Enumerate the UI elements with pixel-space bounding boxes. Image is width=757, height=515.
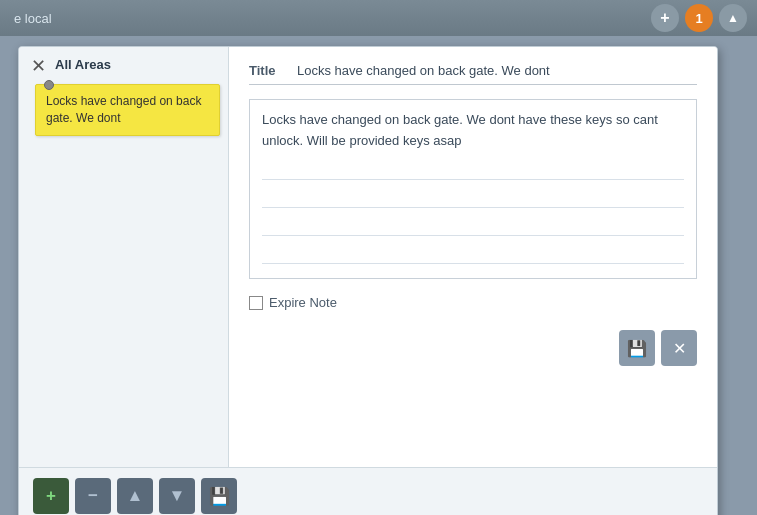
cancel-note-button[interactable]: ✕ [661,330,697,366]
modal-content-area: Title Locks have changed on back gate. W… [229,47,717,467]
notes-modal: ✕ All Areas Locks have changed on back g… [18,46,718,515]
top-bar-title: e local [10,11,52,26]
top-bar: e local + 1 ▲ [0,0,757,36]
note-line-3 [262,208,684,236]
cancel-icon: ✕ [673,339,686,358]
save-icon: 💾 [627,339,647,358]
title-row: Title Locks have changed on back gate. W… [249,63,697,85]
footer-down-button[interactable]: ▼ [159,478,195,514]
expire-note-row: Expire Note [249,295,697,310]
notification-button[interactable]: 1 [685,4,713,32]
action-buttons: 💾 ✕ [249,330,697,366]
footer-add-button[interactable]: + [33,478,69,514]
footer-remove-button[interactable]: − [75,478,111,514]
sticky-note-text: Locks have changed on back gate. We dont [46,94,201,125]
note-line-4 [262,236,684,264]
all-areas-label: All Areas [27,57,220,72]
main-area: ✕ All Areas Locks have changed on back g… [0,36,757,515]
modal-close-button[interactable]: ✕ [27,55,49,77]
note-line-2 [262,180,684,208]
title-value: Locks have changed on back gate. We dont [297,63,697,78]
modal-sidebar: All Areas Locks have changed on back gat… [19,47,229,467]
note-body-text: Locks have changed on back gate. We dont… [262,110,684,152]
note-line-1 [262,152,684,180]
save-note-button[interactable]: 💾 [619,330,655,366]
expire-checkbox[interactable] [249,296,263,310]
sticky-note[interactable]: Locks have changed on back gate. We dont [35,84,220,136]
sticky-pin-icon [44,80,54,90]
collapse-button[interactable]: ▲ [719,4,747,32]
note-body-area[interactable]: Locks have changed on back gate. We dont… [249,99,697,279]
add-button[interactable]: + [651,4,679,32]
footer-save-button[interactable]: 💾 [201,478,237,514]
modal-inner: All Areas Locks have changed on back gat… [19,47,717,467]
title-label: Title [249,63,287,78]
footer-up-button[interactable]: ▲ [117,478,153,514]
modal-footer: + − ▲ ▼ 💾 [19,467,717,515]
expire-label: Expire Note [269,295,337,310]
top-bar-controls: + 1 ▲ [651,4,747,32]
